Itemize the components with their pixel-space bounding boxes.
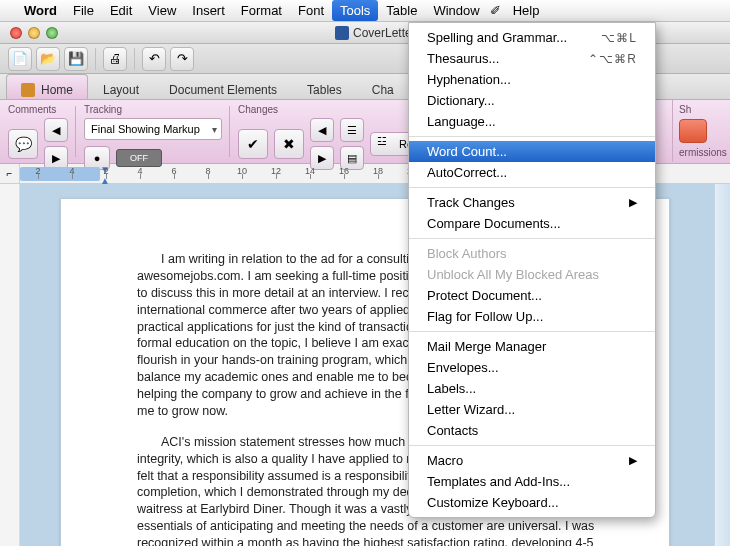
tracking-display-dropdown[interactable]: Final Showing Markup xyxy=(84,118,222,140)
group-share-partial: Sh ermissions xyxy=(672,100,730,162)
menu-item-labels[interactable]: Labels... xyxy=(409,378,655,399)
tab-tables[interactable]: Tables xyxy=(292,74,357,99)
menu-item-spelling-and-grammar[interactable]: Spelling and Grammar...⌥⌘L xyxy=(409,27,655,48)
app-name[interactable]: Word xyxy=(16,0,65,21)
mac-menu-bar: Word File Edit View Insert Format Font T… xyxy=(0,0,730,22)
menu-item-label: Unblock All My Blocked Areas xyxy=(427,267,599,282)
menu-edit[interactable]: Edit xyxy=(102,0,140,21)
group-comments-label: Comments xyxy=(8,102,68,118)
menu-item-label: Hyphenation... xyxy=(427,72,511,87)
group-tracking-label: Tracking xyxy=(84,102,222,118)
menu-item-label: Flag for Follow Up... xyxy=(427,309,543,324)
menu-item-macro[interactable]: Macro▶ xyxy=(409,450,655,471)
group-comments: Comments 💬 ◀ ▶ xyxy=(0,100,76,163)
menu-item-label: Block Authors xyxy=(427,246,507,261)
tab-charts[interactable]: Cha xyxy=(357,74,409,99)
redo-button[interactable]: ↷ xyxy=(170,47,194,71)
menu-item-track-changes[interactable]: Track Changes▶ xyxy=(409,192,655,213)
menu-table[interactable]: Table xyxy=(378,0,425,21)
tracking-display-value: Final Showing Markup xyxy=(91,123,200,135)
menu-item-autocorrect[interactable]: AutoCorrect... xyxy=(409,162,655,183)
zoom-window-button[interactable] xyxy=(46,27,58,39)
menu-item-label: Templates and Add-Ins... xyxy=(427,474,570,489)
tab-doc-elements[interactable]: Document Elements xyxy=(154,74,292,99)
minimize-window-button[interactable] xyxy=(28,27,40,39)
menu-insert[interactable]: Insert xyxy=(184,0,233,21)
menu-item-label: Mail Merge Manager xyxy=(427,339,546,354)
submenu-arrow-icon: ▶ xyxy=(629,454,637,467)
menu-help[interactable]: Help xyxy=(505,0,548,21)
tab-home-label: Home xyxy=(41,83,73,97)
print-button[interactable]: 🖨 xyxy=(103,47,127,71)
close-window-button[interactable] xyxy=(10,27,22,39)
menu-item-label: Letter Wizard... xyxy=(427,402,515,417)
menu-item-label: Contacts xyxy=(427,423,478,438)
save-button[interactable]: 💾 xyxy=(64,47,88,71)
submenu-arrow-icon: ▶ xyxy=(629,196,637,209)
menu-item-label: Compare Documents... xyxy=(427,216,561,231)
menu-item-label: Track Changes xyxy=(427,195,515,210)
menu-item-protect-document[interactable]: Protect Document... xyxy=(409,285,655,306)
menu-item-label: Word Count... xyxy=(427,144,507,159)
menu-window[interactable]: Window xyxy=(425,0,487,21)
script-icon[interactable]: ✐ xyxy=(490,3,501,18)
reject-change-button[interactable]: ✖ xyxy=(274,129,304,159)
menu-tools[interactable]: Tools xyxy=(332,0,378,21)
menu-item-label: Envelopes... xyxy=(427,360,499,375)
menu-item-label: Labels... xyxy=(427,381,476,396)
permissions-button[interactable] xyxy=(679,119,707,143)
menu-item-block-authors: Block Authors xyxy=(409,243,655,264)
menu-font[interactable]: Font xyxy=(290,0,332,21)
menu-item-label: AutoCorrect... xyxy=(427,165,507,180)
menu-item-label: Macro xyxy=(427,453,463,468)
undo-button[interactable]: ↶ xyxy=(142,47,166,71)
menu-item-label: Dictionary... xyxy=(427,93,495,108)
tools-menu-dropdown: Spelling and Grammar...⌥⌘LThesaurus...⌃⌥… xyxy=(408,22,656,518)
menu-item-label: Language... xyxy=(427,114,496,129)
menu-item-label: Thesaurus... xyxy=(427,51,499,66)
vertical-ruler[interactable] xyxy=(0,184,20,546)
menu-item-flag-for-follow-up[interactable]: Flag for Follow Up... xyxy=(409,306,655,327)
menu-item-templates-and-add-ins[interactable]: Templates and Add-Ins... xyxy=(409,471,655,492)
menu-item-dictionary[interactable]: Dictionary... xyxy=(409,90,655,111)
menu-item-label: Protect Document... xyxy=(427,288,542,303)
menu-item-shortcut: ⌃⌥⌘R xyxy=(588,52,637,66)
menu-item-language[interactable]: Language... xyxy=(409,111,655,132)
prev-comment-button[interactable]: ◀ xyxy=(44,118,68,142)
group-tracking: Tracking Final Showing Markup ● OFF xyxy=(76,100,230,163)
menu-item-contacts[interactable]: Contacts xyxy=(409,420,655,441)
tab-home[interactable]: Home xyxy=(6,74,88,99)
menu-view[interactable]: View xyxy=(140,0,184,21)
vertical-scrollbar[interactable] xyxy=(714,184,730,546)
menu-item-label: Customize Keyboard... xyxy=(427,495,559,510)
menu-item-envelopes[interactable]: Envelopes... xyxy=(409,357,655,378)
menu-item-letter-wizard[interactable]: Letter Wizard... xyxy=(409,399,655,420)
balloons-button[interactable]: ☰ xyxy=(340,118,364,142)
menu-item-word-count[interactable]: Word Count... xyxy=(409,141,655,162)
menu-item-thesaurus[interactable]: Thesaurus...⌃⌥⌘R xyxy=(409,48,655,69)
menu-item-unblock-all-my-blocked-areas: Unblock All My Blocked Areas xyxy=(409,264,655,285)
permissions-label: ermissions xyxy=(679,147,724,158)
tab-layout[interactable]: Layout xyxy=(88,74,154,99)
word-doc-icon xyxy=(335,26,349,40)
group-share-label: Sh xyxy=(679,104,691,115)
menu-item-compare-documents[interactable]: Compare Documents... xyxy=(409,213,655,234)
new-doc-button[interactable]: 📄 xyxy=(8,47,32,71)
prev-change-button[interactable]: ◀ xyxy=(310,118,334,142)
review-pane-icon: ☳ xyxy=(377,135,395,153)
accept-change-button[interactable]: ✔ xyxy=(238,129,268,159)
menu-file[interactable]: File xyxy=(65,0,102,21)
menu-item-shortcut: ⌥⌘L xyxy=(601,31,637,45)
menu-format[interactable]: Format xyxy=(233,0,290,21)
menu-item-hyphenation[interactable]: Hyphenation... xyxy=(409,69,655,90)
new-comment-button[interactable]: 💬 xyxy=(8,129,38,159)
home-icon xyxy=(21,83,35,97)
menu-item-customize-keyboard[interactable]: Customize Keyboard... xyxy=(409,492,655,513)
open-button[interactable]: 📂 xyxy=(36,47,60,71)
menu-item-mail-merge-manager[interactable]: Mail Merge Manager xyxy=(409,336,655,357)
menu-item-label: Spelling and Grammar... xyxy=(427,30,567,45)
